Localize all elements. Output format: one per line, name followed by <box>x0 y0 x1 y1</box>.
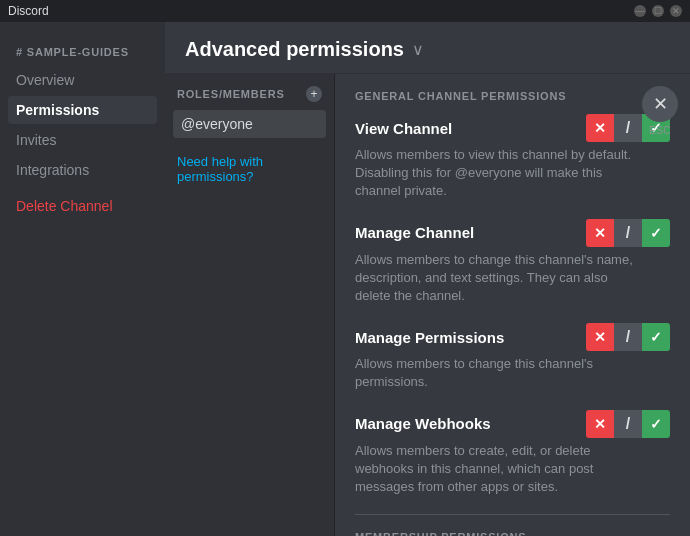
add-role-button[interactable]: + <box>306 86 322 102</box>
close-button[interactable]: ✕ <box>642 86 678 122</box>
sidebar-item-permissions[interactable]: Permissions <box>8 96 157 124</box>
sidebar-category: # SAMPLE-GUIDES <box>8 46 157 66</box>
permission-manage-webhooks: Manage Webhooks ✕ / ✓ Allows members to … <box>355 410 670 497</box>
page-title: Advanced permissions <box>185 38 404 61</box>
perm-manage-webhooks-name: Manage Webhooks <box>355 415 491 432</box>
perm-manage-webhooks-desc: Allows members to create, edit, or delet… <box>355 442 635 497</box>
title-bar: Discord — ☐ ✕ <box>0 0 690 22</box>
perm-manage-channel-neutral[interactable]: / <box>614 219 642 247</box>
perm-view-channel-deny[interactable]: ✕ <box>586 114 614 142</box>
perm-view-channel-desc: Allows members to view this channel by d… <box>355 146 635 201</box>
maximize-button[interactable]: ☐ <box>652 5 664 17</box>
minimize-button[interactable]: — <box>634 5 646 17</box>
sidebar-item-overview[interactable]: Overview <box>8 66 157 94</box>
perm-manage-webhooks-header: Manage Webhooks ✕ / ✓ <box>355 410 670 438</box>
sidebar-item-integrations[interactable]: Integrations <box>8 156 157 184</box>
perm-manage-channel-header: Manage Channel ✕ / ✓ <box>355 219 670 247</box>
perm-manage-permissions-desc: Allows members to change this channel's … <box>355 355 635 391</box>
perm-manage-webhooks-controls: ✕ / ✓ <box>586 410 670 438</box>
membership-permissions-label: MEMBERSHIP PERMISSIONS <box>355 531 670 536</box>
perm-manage-permissions-allow[interactable]: ✓ <box>642 323 670 351</box>
close-window-button[interactable]: ✕ <box>670 5 682 17</box>
permissions-layout: ROLES/MEMBERS + @everyone Need help with… <box>165 74 690 536</box>
perm-manage-webhooks-deny[interactable]: ✕ <box>586 410 614 438</box>
perm-manage-channel-deny[interactable]: ✕ <box>586 219 614 247</box>
perm-manage-permissions-controls: ✕ / ✓ <box>586 323 670 351</box>
perm-manage-channel-desc: Allows members to change this channel's … <box>355 251 635 306</box>
perm-manage-channel-allow[interactable]: ✓ <box>642 219 670 247</box>
roles-section-label: ROLES/MEMBERS <box>177 88 285 100</box>
window-controls: — ☐ ✕ <box>634 5 682 17</box>
perm-manage-permissions-neutral[interactable]: / <box>614 323 642 351</box>
main-layout: # SAMPLE-GUIDES Overview Permissions Inv… <box>0 22 690 536</box>
perm-manage-permissions-deny[interactable]: ✕ <box>586 323 614 351</box>
roles-members-panel: ROLES/MEMBERS + @everyone Need help with… <box>165 74 335 536</box>
close-button-container: ✕ ESC <box>642 86 678 136</box>
perm-manage-channel-name: Manage Channel <box>355 224 474 241</box>
perm-view-channel-name: View Channel <box>355 120 452 137</box>
sidebar-item-delete-channel[interactable]: Delete Channel <box>8 192 157 220</box>
permission-view-channel: View Channel ✕ / ✓ Allows members to vie… <box>355 114 670 201</box>
chevron-down-icon[interactable]: ∨ <box>412 40 424 59</box>
perm-manage-webhooks-neutral[interactable]: / <box>614 410 642 438</box>
help-permissions-link[interactable]: Need help with permissions? <box>173 146 326 192</box>
sidebar-item-invites[interactable]: Invites <box>8 126 157 154</box>
esc-label: ESC <box>642 125 678 136</box>
perm-manage-webhooks-allow[interactable]: ✓ <box>642 410 670 438</box>
perm-manage-permissions-header: Manage Permissions ✕ / ✓ <box>355 323 670 351</box>
perm-manage-permissions-name: Manage Permissions <box>355 329 504 346</box>
permission-manage-channel: Manage Channel ✕ / ✓ Allows members to c… <box>355 219 670 306</box>
role-everyone[interactable]: @everyone <box>173 110 326 138</box>
perm-view-channel-neutral[interactable]: / <box>614 114 642 142</box>
roles-header: ROLES/MEMBERS + <box>173 86 326 110</box>
permission-manage-permissions: Manage Permissions ✕ / ✓ Allows members … <box>355 323 670 391</box>
section-divider <box>355 514 670 515</box>
perm-manage-channel-controls: ✕ / ✓ <box>586 219 670 247</box>
content-header: Advanced permissions ∨ <box>165 22 690 74</box>
general-channel-permissions-label: GENERAL CHANNEL PERMISSIONS <box>355 90 670 102</box>
sidebar: # SAMPLE-GUIDES Overview Permissions Inv… <box>0 22 165 536</box>
content-area: Advanced permissions ∨ ROLES/MEMBERS + @… <box>165 22 690 536</box>
permissions-detail-panel: ✕ ESC GENERAL CHANNEL PERMISSIONS View C… <box>335 74 690 536</box>
app-title: Discord <box>8 4 49 18</box>
perm-view-channel-header: View Channel ✕ / ✓ <box>355 114 670 142</box>
